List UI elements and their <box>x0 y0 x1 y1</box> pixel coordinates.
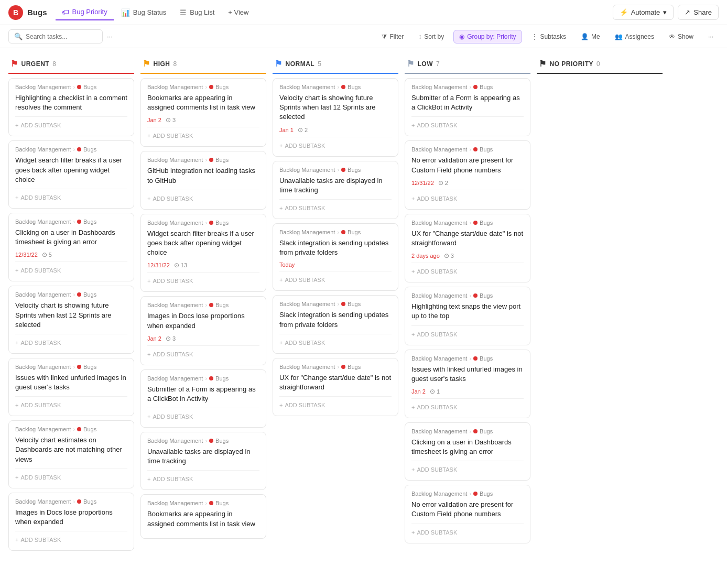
card-breadcrumb: Backlog Management›Bugs <box>15 498 127 505</box>
add-subtask-button[interactable]: + ADD SUBTASK <box>279 337 392 348</box>
task-card[interactable]: Backlog Management›BugsVelocity chart is… <box>273 78 398 157</box>
add-subtask-button[interactable]: + ADD SUBTASK <box>279 140 392 151</box>
task-card[interactable]: Backlog Management›BugsGitHub integratio… <box>140 151 266 209</box>
add-subtask-button[interactable]: + ADD SUBTASK <box>147 276 259 286</box>
task-card[interactable]: Backlog Management›BugsImages in Docs lo… <box>140 296 266 365</box>
bug-status-dot <box>77 220 81 224</box>
card-breadcrumb: Backlog Management›Bugs <box>411 220 524 226</box>
me-button[interactable]: 👤 Me <box>576 30 605 43</box>
breadcrumb-project: Backlog Management <box>15 426 71 432</box>
subtasks-button[interactable]: ⋮ Subtasks <box>526 30 571 43</box>
card-breadcrumb: Backlog Management›Bugs <box>411 491 524 497</box>
tab-bug-status[interactable]: 📊 Bug Status <box>115 5 173 20</box>
more-options-icon[interactable]: ··· <box>107 32 113 40</box>
card-subtasks: ⊙ 3 <box>166 116 176 124</box>
filter-button[interactable]: ⧩ Filter <box>376 30 409 43</box>
search-input[interactable] <box>26 33 97 40</box>
sort-button[interactable]: ↕ Sort by <box>413 30 449 43</box>
breadcrumb-list: Bugs <box>83 498 96 505</box>
toolbar-more-button[interactable]: ··· <box>703 30 719 43</box>
task-card[interactable]: Backlog Management›BugsHighlighting text… <box>405 287 530 345</box>
add-subtask-button[interactable]: + ADD SUBTASK <box>279 275 392 285</box>
share-button[interactable]: ↗ Share <box>678 5 719 20</box>
plus-icon: + <box>147 413 150 420</box>
card-divider <box>147 345 259 346</box>
add-subtask-button[interactable]: + ADD SUBTASK <box>411 193 524 204</box>
add-subtask-button[interactable]: + ADD SUBTASK <box>15 472 127 483</box>
task-card[interactable]: Backlog Management›BugsWidget search fil… <box>8 140 134 209</box>
breadcrumb-separator: › <box>73 426 75 432</box>
add-subtask-button[interactable]: + ADD SUBTASK <box>15 535 127 545</box>
card-divider <box>147 272 259 273</box>
task-card[interactable]: Backlog Management›BugsUX for "Change st… <box>405 214 530 282</box>
task-card[interactable]: Backlog Management›BugsVelocity chart es… <box>8 420 134 488</box>
card-title: Velocity chart is showing future Sprints… <box>279 93 392 122</box>
add-subtask-button[interactable]: + ADD SUBTASK <box>15 192 127 203</box>
add-subtask-button[interactable]: + ADD SUBTASK <box>411 527 524 538</box>
task-card[interactable]: Backlog Management›BugsClicking on a use… <box>8 213 134 281</box>
add-subtask-button[interactable]: + ADD SUBTASK <box>147 474 259 484</box>
add-subtask-button[interactable]: + ADD SUBTASK <box>147 349 259 360</box>
task-card[interactable]: Backlog Management›BugsBookmarks are app… <box>140 494 266 538</box>
assignees-icon: 👥 <box>615 33 623 40</box>
task-card[interactable]: Backlog Management›BugsSlack integration… <box>273 295 398 353</box>
app-logo: B <box>8 5 23 20</box>
tab-add-view[interactable]: + View <box>222 5 255 19</box>
task-card[interactable]: Backlog Management›BugsHighlighting a ch… <box>8 78 134 136</box>
card-breadcrumb: Backlog Management›Bugs <box>411 428 524 434</box>
add-subtask-button[interactable]: + ADD SUBTASK <box>15 400 127 410</box>
tab-bug-priority[interactable]: 🏷 Bug Priority <box>56 5 114 20</box>
add-subtask-button[interactable]: + ADD SUBTASK <box>411 266 524 277</box>
add-subtask-label: ADD SUBTASK <box>20 340 61 346</box>
add-subtask-button[interactable]: + ADD SUBTASK <box>411 402 524 412</box>
task-card[interactable]: Backlog Management›BugsBookmarks are app… <box>140 78 266 147</box>
add-subtask-button[interactable]: + ADD SUBTASK <box>411 120 524 130</box>
urgent-label: URGENT <box>21 60 50 68</box>
automate-icon: ⚡ <box>620 8 628 16</box>
add-subtask-button[interactable]: + ADD SUBTASK <box>15 120 127 130</box>
tab-bug-list[interactable]: ☰ Bug List <box>173 5 221 20</box>
task-card[interactable]: Backlog Management›BugsNo error validati… <box>405 140 530 209</box>
assignees-button[interactable]: 👥 Assignees <box>610 30 659 43</box>
automate-button[interactable]: ⚡ Automate ▾ <box>613 5 674 20</box>
task-card[interactable]: Backlog Management›BugsVelocity chart is… <box>8 286 134 354</box>
breadcrumb-list: Bugs <box>480 355 493 362</box>
card-date: 12/31/22 <box>147 262 170 268</box>
breadcrumb-project: Backlog Management <box>279 364 335 370</box>
plus-icon: + <box>15 194 18 201</box>
add-subtask-button[interactable]: + ADD SUBTASK <box>279 203 392 213</box>
task-card[interactable]: Backlog Management›BugsSlack integration… <box>273 223 398 291</box>
card-date: 12/31/22 <box>411 180 434 186</box>
add-subtask-button[interactable]: + ADD SUBTASK <box>279 400 392 410</box>
add-subtask-button[interactable]: + ADD SUBTASK <box>15 337 127 348</box>
task-card[interactable]: Backlog Management›BugsUnavailable tasks… <box>273 161 398 219</box>
plus-icon: + <box>15 122 18 128</box>
task-card[interactable]: Backlog Management›BugsUnavailable tasks… <box>140 432 266 490</box>
add-subtask-button[interactable]: + ADD SUBTASK <box>411 329 524 340</box>
task-card[interactable]: Backlog Management›BugsClicking on a use… <box>405 422 530 481</box>
add-subtask-label: ADD SUBTASK <box>417 195 457 202</box>
task-card[interactable]: Backlog Management›BugsIssues with linke… <box>405 350 530 418</box>
task-card[interactable]: Backlog Management›BugsImages in Docs lo… <box>8 493 134 551</box>
nav-right: ⚡ Automate ▾ ↗ Share <box>613 5 719 20</box>
breadcrumb-separator: › <box>469 220 471 226</box>
task-card[interactable]: Backlog Management›BugsUX for "Change st… <box>273 358 398 416</box>
column-header-high: ⚑ HIGH 8 <box>140 55 266 74</box>
add-subtask-button[interactable]: + ADD SUBTASK <box>147 193 259 204</box>
plus-icon: + <box>15 267 18 274</box>
task-card[interactable]: Backlog Management›BugsSubmitter of a Fo… <box>405 78 530 136</box>
task-card[interactable]: Backlog Management›BugsWidget search fil… <box>140 214 266 292</box>
add-subtask-button[interactable]: + ADD SUBTASK <box>147 411 259 422</box>
group-by-button[interactable]: ◉ Group by: Priority <box>453 30 522 43</box>
add-subtask-button[interactable]: + ADD SUBTASK <box>147 130 259 141</box>
add-subtask-button[interactable]: + ADD SUBTASK <box>15 265 127 276</box>
task-card[interactable]: Backlog Management›BugsNo error validati… <box>405 485 530 543</box>
show-button[interactable]: 👁 Show <box>664 30 699 43</box>
card-date: Jan 2 <box>147 117 161 123</box>
column-high: ⚑ HIGH 8Backlog Management›BugsBookmarks… <box>140 55 266 539</box>
add-subtask-label: ADD SUBTASK <box>20 537 61 543</box>
task-card[interactable]: Backlog Management›BugsIssues with linke… <box>8 358 134 416</box>
add-subtask-button[interactable]: + ADD SUBTASK <box>411 464 524 475</box>
task-card[interactable]: Backlog Management›BugsSubmitter of a Fo… <box>140 369 266 428</box>
search-box[interactable]: 🔍 <box>8 29 103 43</box>
